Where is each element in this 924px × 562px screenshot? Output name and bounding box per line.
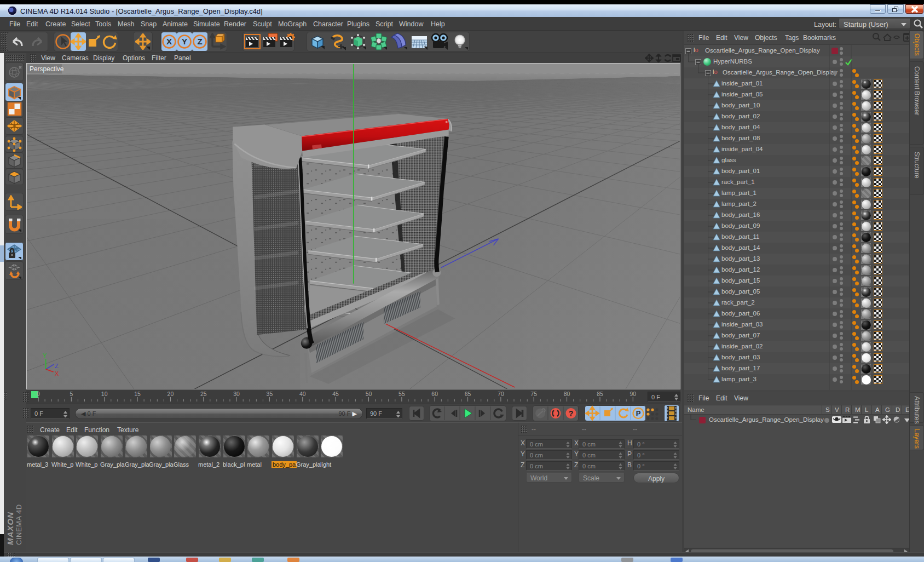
svg-text:5: 5 — [70, 391, 73, 397]
svg-text:20: 20 — [168, 391, 174, 397]
svg-text:35: 35 — [267, 391, 273, 397]
svg-text:15: 15 — [134, 391, 141, 397]
svg-text:70: 70 — [498, 391, 504, 397]
svg-text:Perspective: Perspective — [30, 65, 64, 73]
svg-text:Z: Z — [197, 37, 202, 46]
svg-text:90: 90 — [630, 391, 636, 397]
svg-text:?: ? — [569, 409, 574, 418]
svg-text:P: P — [636, 409, 641, 417]
svg-text:25: 25 — [200, 391, 207, 397]
svg-text:80: 80 — [564, 391, 570, 397]
svg-text:55: 55 — [399, 391, 405, 397]
svg-text:Y: Y — [43, 352, 47, 359]
svg-text:50: 50 — [366, 391, 372, 397]
svg-text:10: 10 — [101, 391, 108, 397]
svg-text:65: 65 — [465, 391, 471, 397]
svg-text:85: 85 — [597, 391, 603, 397]
svg-text:45: 45 — [332, 391, 339, 397]
svg-text:X: X — [55, 370, 59, 377]
svg-text:40: 40 — [299, 391, 306, 397]
svg-text:0: 0 — [37, 391, 40, 397]
svg-text:60: 60 — [431, 391, 438, 397]
svg-text:X: X — [166, 37, 172, 46]
svg-text:75: 75 — [530, 391, 537, 397]
svg-text:30: 30 — [233, 391, 240, 397]
svg-text:Y: Y — [182, 37, 187, 46]
svg-text:Z: Z — [55, 363, 59, 369]
